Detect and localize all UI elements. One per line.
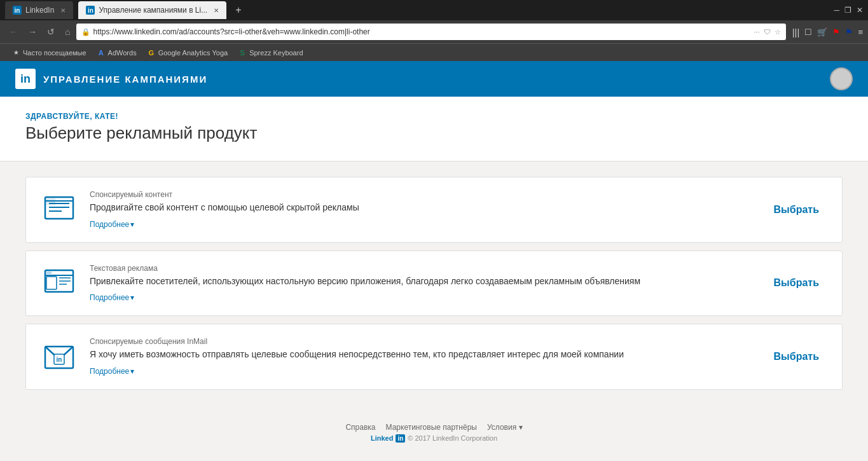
linkedin-logo-text: in bbox=[20, 72, 31, 86]
learn-more-label: Подробнее bbox=[90, 293, 129, 302]
inmail-category: Спонсируемые сообщения InMail bbox=[90, 337, 754, 346]
address-bar[interactable]: 🔒 https://www.linkedin.com/ad/accounts?s… bbox=[76, 24, 785, 40]
footer-logo-in: in bbox=[396, 434, 405, 443]
bookmark-sprezz[interactable]: S Sprezz Keyboard bbox=[234, 47, 307, 58]
footer-links: Справка Маркетинговые партнёры Условия ▾ bbox=[345, 423, 522, 432]
greeting-prefix: ЗДРАВСТВУЙТЕ, bbox=[25, 112, 92, 121]
welcome-title: Выберите рекламный продукт bbox=[25, 123, 843, 143]
inmail-card: in Спонсируемые сообщения InMail Я хочу … bbox=[25, 324, 843, 390]
tab-bar: in LinkedIn ✕ in Управление кампаниями в… bbox=[5, 1, 245, 19]
analytics-icon: G bbox=[147, 48, 156, 57]
text-ads-info: Текстовая реклама Привлекайте посетителе… bbox=[90, 264, 754, 303]
sponsored-content-select-button[interactable]: Выбрать bbox=[766, 199, 827, 221]
menu-icon[interactable]: ≡ bbox=[858, 27, 863, 37]
forward-button[interactable]: → bbox=[24, 24, 41, 39]
linkedin-header: in УПРАВЛЕНИЕ КАМПАНИЯМИ bbox=[0, 61, 868, 97]
header-title: УПРАВЛЕНИЕ КАМПАНИЯМИ bbox=[43, 74, 207, 85]
flag-icon: ⚑ bbox=[832, 27, 840, 37]
bookmark-analytics[interactable]: G Google Analytics Yoga bbox=[143, 47, 231, 58]
tab-linkedin-label: LinkedIn bbox=[25, 6, 54, 15]
text-ads-card: Текстовая реклама Привлекайте посетителе… bbox=[25, 251, 843, 317]
text-ads-select-button[interactable]: Выбрать bbox=[766, 272, 827, 294]
inmail-icon: in bbox=[41, 339, 77, 375]
back-button[interactable]: ← bbox=[5, 24, 22, 39]
adwords-icon: A bbox=[97, 48, 106, 57]
sponsored-content-info: Спонсируемый контент Продвигайте свой ко… bbox=[90, 190, 754, 230]
bookmark-frequently-visited[interactable]: ★ Часто посещаемые bbox=[8, 47, 90, 58]
svg-rect-8 bbox=[46, 277, 57, 289]
tab-campaigns[interactable]: in Управление кампаниями в Li... ✕ bbox=[78, 1, 226, 19]
chevron-down-icon: ▾ bbox=[130, 293, 134, 302]
reload-button[interactable]: ↺ bbox=[43, 24, 59, 39]
footer-terms-link[interactable]: Условия ▾ bbox=[487, 423, 523, 432]
url-text: https://www.linkedin.com/ad/accounts?src… bbox=[93, 27, 751, 36]
address-right-icons: ··· 🛡 ☆ bbox=[754, 28, 781, 36]
tab-campaigns-icon: in bbox=[86, 6, 95, 15]
bookmark-frequently-label: Часто посещаемые bbox=[23, 49, 86, 57]
learn-more-label: Подробнее bbox=[90, 367, 129, 376]
terms-chevron: ▾ bbox=[519, 423, 523, 432]
greeting-name: КАТЕ! bbox=[92, 112, 118, 121]
bookmark-adwords[interactable]: A AdWords bbox=[93, 47, 141, 58]
bookmarks-bar: ★ Часто посещаемые A AdWords G Google An… bbox=[0, 43, 868, 61]
window-minimize[interactable]: ─ bbox=[834, 6, 839, 15]
home-button[interactable]: ⌂ bbox=[61, 24, 74, 39]
nav-right-icons: ||| ☐ 🛒 ⚑ ⚑ ≡ bbox=[792, 27, 863, 38]
window-maximize[interactable]: ❐ bbox=[844, 6, 851, 15]
tab-campaigns-close[interactable]: ✕ bbox=[214, 7, 219, 14]
sponsored-content-card: Спонсируемый контент Продвигайте свой ко… bbox=[25, 177, 843, 243]
main-content: Спонсируемый контент Продвигайте свой ко… bbox=[0, 162, 868, 413]
footer-logo: Linked bbox=[371, 434, 393, 442]
title-bar: in LinkedIn ✕ in Управление кампаниями в… bbox=[0, 0, 868, 20]
flag-icon-blue: ⚑ bbox=[845, 27, 853, 37]
sponsored-content-learn-more[interactable]: Подробнее ▾ bbox=[90, 220, 134, 229]
text-ads-category: Текстовая реклама bbox=[90, 264, 754, 273]
shield-icon[interactable]: 🛡 bbox=[764, 28, 771, 36]
learn-more-label: Подробнее bbox=[90, 220, 129, 229]
user-avatar[interactable] bbox=[830, 67, 853, 90]
text-ads-icon bbox=[41, 265, 77, 301]
sponsored-content-description: Продвигайте свой контент с помощью целев… bbox=[90, 202, 754, 214]
cart-icon[interactable]: 🛒 bbox=[817, 27, 827, 37]
bookmark-star-icon[interactable]: ☆ bbox=[775, 28, 781, 36]
svg-rect-12 bbox=[46, 272, 52, 274]
page-footer: Справка Маркетинговые партнёры Условия ▾… bbox=[0, 413, 868, 453]
bookmark-sprezz-label: Sprezz Keyboard bbox=[249, 49, 303, 57]
tab-campaigns-label: Управление кампаниями в Li... bbox=[99, 6, 207, 15]
sponsored-content-icon bbox=[41, 192, 77, 228]
lock-icon: 🔒 bbox=[81, 28, 90, 36]
chevron-down-icon: ▾ bbox=[130, 367, 134, 376]
text-ads-description: Привлекайте посетителей, использующих на… bbox=[90, 275, 754, 288]
chevron-down-icon: ▾ bbox=[130, 220, 134, 229]
inmail-info: Спонсируемые сообщения InMail Я хочу име… bbox=[90, 337, 754, 376]
welcome-greeting: ЗДРАВСТВУЙТЕ, КАТЕ! bbox=[25, 112, 843, 121]
footer-copyright: © 2017 LinkedIn Corporation bbox=[408, 434, 497, 442]
welcome-section: ЗДРАВСТВУЙТЕ, КАТЕ! Выберите рекламный п… bbox=[0, 97, 868, 162]
inmail-learn-more[interactable]: Подробнее ▾ bbox=[90, 367, 134, 376]
browser-chrome: in LinkedIn ✕ in Управление кампаниями в… bbox=[0, 0, 868, 61]
tab-linkedin-icon: in bbox=[13, 6, 22, 15]
more-icon[interactable]: ··· bbox=[754, 28, 760, 36]
linkedin-page: in УПРАВЛЕНИЕ КАМПАНИЯМИ ЗДРАВСТВУЙТЕ, К… bbox=[0, 61, 868, 453]
tab-linkedin[interactable]: in LinkedIn ✕ bbox=[5, 1, 73, 19]
svg-text:in: in bbox=[57, 356, 62, 363]
inmail-description: Я хочу иметь возможность отправлять целе… bbox=[90, 348, 754, 361]
star-icon: ★ bbox=[11, 48, 20, 57]
footer-partners-link[interactable]: Маркетинговые партнёры bbox=[386, 423, 477, 432]
tab-linkedin-close[interactable]: ✕ bbox=[60, 7, 65, 14]
sidebar-icon[interactable]: ☐ bbox=[804, 27, 812, 37]
text-ads-learn-more[interactable]: Подробнее ▾ bbox=[90, 293, 134, 302]
linkedin-logo: in УПРАВЛЕНИЕ КАМПАНИЯМИ bbox=[15, 69, 207, 89]
footer-help-link[interactable]: Справка bbox=[345, 423, 375, 432]
header-right bbox=[830, 67, 853, 90]
sponsored-content-category: Спонсируемый контент bbox=[90, 190, 754, 199]
nav-bar: ← → ↺ ⌂ 🔒 https://www.linkedin.com/ad/ac… bbox=[0, 20, 868, 43]
inmail-select-button[interactable]: Выбрать bbox=[766, 346, 827, 368]
linkedin-logo-box: in bbox=[15, 69, 36, 89]
reader-icon[interactable]: ||| bbox=[792, 27, 800, 38]
new-tab-button[interactable]: + bbox=[231, 4, 245, 16]
bookmark-analytics-label: Google Analytics Yoga bbox=[158, 49, 228, 57]
sprezz-icon: S bbox=[238, 48, 247, 57]
window-close[interactable]: ✕ bbox=[857, 6, 863, 15]
footer-brand: Linkedin © 2017 LinkedIn Corporation bbox=[371, 434, 497, 443]
